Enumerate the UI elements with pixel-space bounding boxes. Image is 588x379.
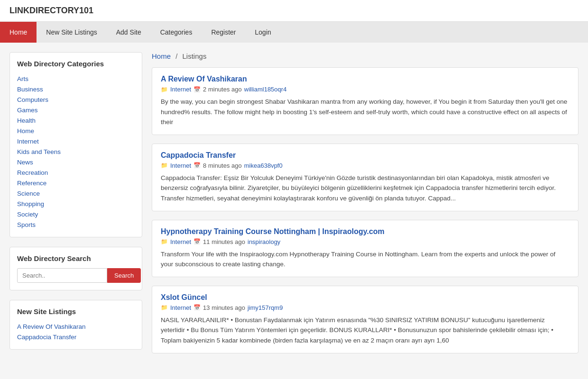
listing-user[interactable]: williaml185oqr4: [244, 86, 287, 93]
listing-user[interactable]: mikea638vpf0: [244, 162, 283, 169]
listing-title: Hypnotherapy Training Course Nottingham …: [161, 227, 570, 236]
listing-desc: By the way, you can begin strongest Shab…: [161, 97, 570, 127]
clock-icon: 📅: [193, 86, 201, 93]
category-list: Arts Business Computers Games Health Hom…: [17, 73, 135, 230]
listing-category[interactable]: Internet: [170, 162, 191, 169]
list-item: Shopping: [17, 199, 135, 209]
main-nav: Home New Site Listings Add Site Categori…: [0, 22, 588, 43]
category-link-business[interactable]: Business: [17, 86, 43, 93]
list-item: Home: [17, 126, 135, 136]
breadcrumb-separator: /: [175, 52, 177, 60]
nav-item-new-site-listings[interactable]: New Site Listings: [37, 22, 106, 43]
listing-link[interactable]: A Review Of Vashikaran: [161, 75, 247, 83]
breadcrumb-current: Listings: [183, 52, 207, 60]
listing-category[interactable]: Internet: [170, 304, 191, 311]
listing-time: 11 minutes ago: [203, 238, 245, 245]
new-listing-link-cappadocia[interactable]: Cappadocia Transfer: [17, 334, 76, 341]
listing-category[interactable]: Internet: [170, 86, 191, 93]
folder-icon: 📁: [161, 238, 168, 245]
page-container: Web Directory Categories Arts Business C…: [0, 43, 588, 371]
list-item: Kids and Teens: [17, 146, 135, 157]
sidebar: Web Directory Categories Arts Business C…: [9, 52, 142, 362]
category-link-internet[interactable]: Internet: [17, 138, 39, 145]
list-item: Reference: [17, 178, 135, 188]
search-box: Web Directory Search Search: [9, 247, 142, 290]
list-item: Arts: [17, 73, 135, 84]
listing-link[interactable]: Cappadocia Transfer: [161, 151, 236, 159]
category-link-kids-and-teens[interactable]: Kids and Teens: [17, 148, 61, 155]
new-listing-link-vashikaran[interactable]: A Review Of Vashikaran: [17, 323, 86, 330]
listing-meta: 📁 Internet 📅 11 minutes ago inspiraology: [161, 238, 570, 245]
category-link-recreation[interactable]: Recreation: [17, 169, 48, 176]
category-link-games[interactable]: Games: [17, 107, 38, 114]
category-link-sports[interactable]: Sports: [17, 221, 36, 228]
listing-link[interactable]: Xslot Güncel: [161, 293, 207, 301]
list-item: Games: [17, 105, 135, 115]
breadcrumb: Home / Listings: [152, 52, 579, 60]
listing-desc: NASIL YARARLANILIR* • Bonustan Faydalanm…: [161, 315, 570, 346]
list-item: Sports: [17, 219, 135, 230]
site-title: LINKDIRECTORY101: [9, 6, 93, 15]
search-button[interactable]: Search: [107, 268, 141, 283]
listing-title: Xslot Güncel: [161, 293, 570, 302]
list-item: Health: [17, 115, 135, 126]
listing-desc: Cappadocia Transfer: Eşsiz Bir Yolculuk …: [161, 173, 570, 204]
listing-item: Xslot Güncel 📁 Internet 📅 13 minutes ago…: [152, 286, 579, 353]
list-item: News: [17, 157, 135, 167]
listing-user[interactable]: jimy157rqm9: [248, 304, 283, 311]
folder-icon: 📁: [161, 86, 168, 93]
category-link-news[interactable]: News: [17, 159, 33, 166]
new-site-list: A Review Of Vashikaran Cappadocia Transf…: [17, 321, 135, 342]
listing-time: 8 minutes ago: [203, 162, 242, 169]
breadcrumb-home[interactable]: Home: [152, 52, 171, 60]
listing-time: 13 minutes ago: [203, 304, 245, 311]
category-link-shopping[interactable]: Shopping: [17, 200, 44, 208]
list-item: A Review Of Vashikaran: [17, 321, 135, 332]
listing-desc: Transform Your life with the Inspiraolog…: [161, 249, 570, 270]
search-input[interactable]: [17, 268, 107, 283]
category-link-society[interactable]: Society: [17, 211, 38, 218]
category-link-reference[interactable]: Reference: [17, 180, 46, 187]
list-item: Recreation: [17, 167, 135, 178]
nav-item-register[interactable]: Register: [202, 22, 245, 43]
categories-title: Web Directory Categories: [17, 60, 135, 68]
clock-icon: 📅: [193, 162, 201, 169]
search-title: Web Directory Search: [17, 254, 135, 262]
folder-icon: 📁: [161, 304, 168, 311]
category-link-health[interactable]: Health: [17, 117, 36, 124]
search-form: Search: [17, 268, 135, 283]
category-link-arts[interactable]: Arts: [17, 75, 28, 82]
listing-item: A Review Of Vashikaran 📁 Internet 📅 2 mi…: [152, 67, 579, 135]
listing-time: 2 minutes ago: [203, 86, 242, 93]
list-item: Society: [17, 209, 135, 219]
listing-title: Cappadocia Transfer: [161, 151, 570, 160]
listing-link[interactable]: Hypnotherapy Training Course Nottingham …: [161, 227, 385, 235]
listing-user[interactable]: inspiraology: [248, 238, 280, 245]
main-content: Home / Listings A Review Of Vashikaran 📁…: [152, 52, 579, 362]
listing-item: Hypnotherapy Training Course Nottingham …: [152, 220, 579, 277]
listing-meta: 📁 Internet 📅 8 minutes ago mikea638vpf0: [161, 162, 570, 169]
list-item: Business: [17, 84, 135, 94]
list-item: Science: [17, 188, 135, 199]
nav-item-login[interactable]: Login: [246, 22, 281, 43]
clock-icon: 📅: [193, 238, 201, 245]
new-site-listings-box: New Site Listings A Review Of Vashikaran…: [9, 300, 142, 350]
listing-category[interactable]: Internet: [170, 238, 191, 245]
listing-title: A Review Of Vashikaran: [161, 75, 570, 83]
nav-item-home[interactable]: Home: [0, 22, 37, 43]
list-item: Cappadocia Transfer: [17, 332, 135, 342]
list-item: Internet: [17, 136, 135, 146]
listing-meta: 📁 Internet 📅 2 minutes ago williaml185oq…: [161, 86, 570, 93]
folder-icon: 📁: [161, 162, 168, 169]
categories-box: Web Directory Categories Arts Business C…: [9, 52, 142, 237]
category-link-science[interactable]: Science: [17, 190, 40, 197]
category-link-home[interactable]: Home: [17, 127, 34, 135]
clock-icon: 📅: [193, 304, 201, 311]
list-item: Computers: [17, 94, 135, 105]
nav-item-add-site[interactable]: Add Site: [107, 22, 151, 43]
listing-meta: 📁 Internet 📅 13 minutes ago jimy157rqm9: [161, 304, 570, 311]
new-listings-title: New Site Listings: [17, 307, 135, 316]
site-header: LINKDIRECTORY101: [0, 0, 588, 22]
nav-item-categories[interactable]: Categories: [151, 22, 202, 43]
category-link-computers[interactable]: Computers: [17, 96, 48, 103]
